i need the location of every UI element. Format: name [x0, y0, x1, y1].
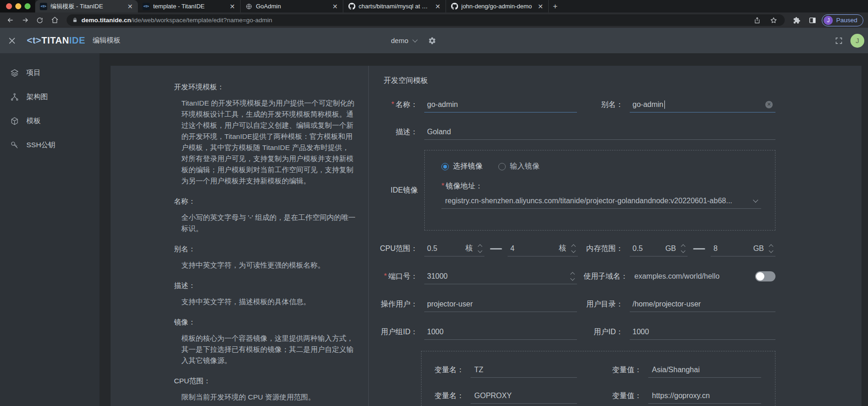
- name-input[interactable]: go-admin: [424, 97, 577, 112]
- side-panel-icon[interactable]: [806, 14, 819, 26]
- share-icon[interactable]: [750, 14, 763, 26]
- var-value-value: https://goproxy.cn: [652, 392, 710, 400]
- sidebar-item-projects[interactable]: 项目: [0, 61, 99, 85]
- operator-user-value: projector-user: [427, 300, 473, 308]
- stepper-icon[interactable]: [572, 245, 575, 252]
- user-id-value: 1000: [632, 328, 649, 336]
- browser-tab-mysql-chart[interactable]: charts/bitnami/mysql at master ✕: [343, 0, 446, 12]
- workspace-selector[interactable]: demo: [391, 37, 409, 44]
- name-value: go-admin: [427, 100, 458, 109]
- group-id-label: 用户组ID：: [369, 327, 424, 337]
- tab-close-icon[interactable]: ✕: [228, 3, 236, 10]
- template-form: 开发空间模板 名称： go-admin 别名： go-admin ✕: [369, 66, 862, 406]
- new-tab-button[interactable]: +: [549, 0, 562, 12]
- app-header: <t>TITANIDE 编辑模板 demo J: [0, 28, 868, 53]
- subdomain-value: examples.com/world/hello: [634, 272, 719, 281]
- cpu-max-value: 4: [510, 244, 515, 253]
- port-value: 31000: [427, 272, 448, 281]
- cpu-max-input[interactable]: 4 核: [508, 241, 578, 256]
- var-value-input[interactable]: Asia/Shanghai: [648, 362, 761, 378]
- env-variables-box: 变量名： TZ 变量值： Asia/Shanghai 变量名： GOPROXY: [421, 351, 775, 406]
- url-text: demo.titanide.cn/ide/web/workspace/templ…: [81, 17, 747, 24]
- github-icon: [451, 3, 458, 10]
- browser-tab-template[interactable]: <t> template - TitanIDE ✕: [138, 0, 241, 12]
- gear-icon[interactable]: [428, 37, 436, 45]
- sidebar-item-ssh-keys[interactable]: SSH公钥: [0, 133, 99, 157]
- sidebar-item-label: 架构图: [26, 92, 48, 102]
- tab-close-icon[interactable]: ✕: [536, 3, 545, 10]
- stepper-icon[interactable]: [769, 245, 773, 252]
- select-chevron-icon[interactable]: [753, 197, 758, 202]
- memory-unit: GB: [665, 244, 676, 253]
- titanide-favicon: <t>: [40, 3, 47, 10]
- stepper-icon[interactable]: [571, 273, 574, 280]
- help-heading: 开发环境模板：: [174, 82, 356, 92]
- logo-bracket: <t>: [27, 35, 42, 46]
- globe-icon: [245, 3, 253, 10]
- architecture-branch-icon: [10, 93, 19, 101]
- user-id-input[interactable]: 1000: [630, 324, 775, 340]
- radio-selected-icon: [441, 163, 449, 170]
- user-avatar[interactable]: J: [850, 34, 864, 48]
- zoom-window-button[interactable]: [25, 3, 31, 9]
- app-close-icon[interactable]: [7, 36, 17, 45]
- address-bar[interactable]: demo.titanide.cn/ide/web/workspace/templ…: [67, 14, 785, 26]
- toggle-knob: [756, 272, 764, 281]
- titanide-favicon: <t>: [143, 3, 150, 10]
- stepper-icon[interactable]: [478, 245, 482, 252]
- subdomain-toggle[interactable]: [755, 271, 775, 281]
- description-label: 描述：: [369, 127, 424, 137]
- help-heading: 别名：: [174, 244, 356, 254]
- chevron-down-icon[interactable]: [412, 37, 417, 42]
- env-variable-row: 变量名： TZ 变量值： Asia/Shanghai: [434, 361, 761, 379]
- radio-select-image[interactable]: 选择镜像: [441, 162, 483, 171]
- clear-icon[interactable]: ✕: [765, 101, 773, 108]
- sidebar-item-templates[interactable]: 模板: [0, 109, 99, 133]
- forward-icon[interactable]: [19, 14, 31, 26]
- var-value-input[interactable]: https://goproxy.cn: [648, 388, 761, 404]
- var-name-value: TZ: [474, 366, 484, 374]
- reload-icon[interactable]: [33, 14, 46, 26]
- tab-close-icon[interactable]: ✕: [331, 3, 339, 10]
- form-title: 开发空间模板: [384, 76, 775, 86]
- memory-max-value: 8: [713, 244, 718, 253]
- memory-max-input[interactable]: 8 GB: [711, 241, 775, 256]
- var-name-input[interactable]: GOPROXY: [471, 388, 577, 404]
- alias-input[interactable]: go-admin ✕: [630, 97, 775, 112]
- tab-close-icon[interactable]: ✕: [434, 3, 442, 10]
- lock-icon: [72, 17, 78, 23]
- group-id-input[interactable]: 1000: [424, 324, 577, 340]
- stepper-icon[interactable]: [682, 245, 685, 252]
- browser-tab-goadmin[interactable]: GoAdmin ✕: [241, 0, 343, 12]
- var-name-input[interactable]: TZ: [471, 362, 577, 378]
- sidebar-item-label: 模板: [26, 116, 41, 126]
- back-icon[interactable]: [4, 14, 17, 26]
- description-input[interactable]: Goland: [424, 124, 775, 140]
- close-window-button[interactable]: [6, 3, 12, 9]
- help-body: 模板的核心为一个容器镜像，这里提供两种输入方式，其一是下拉选择已有模板的镜像；其…: [174, 333, 356, 366]
- browser-tab-go-admin-demo[interactable]: john-deng/go-admin-demo ✕: [446, 0, 549, 12]
- page-title: 编辑模板: [93, 36, 120, 45]
- operator-user-input[interactable]: projector-user: [424, 296, 577, 312]
- extensions-icon[interactable]: [790, 14, 803, 26]
- radio-input-image[interactable]: 输入镜像: [498, 162, 539, 171]
- cpu-range-label: CPU范围：: [369, 244, 424, 254]
- fullscreen-icon[interactable]: [835, 37, 843, 45]
- memory-min-input[interactable]: 0.5 GB: [630, 241, 688, 256]
- home-icon[interactable]: [48, 14, 61, 26]
- sidebar-item-architecture[interactable]: 架构图: [0, 85, 99, 109]
- port-input[interactable]: 31000: [424, 269, 577, 284]
- sidebar: 项目 架构图 模板 SSH公钥: [0, 53, 99, 406]
- edit-template-panel: 开发环境模板： TitanIDE 的开发环境模板是为用户提供一个可定制化的环境模…: [111, 66, 862, 406]
- browser-profile-button[interactable]: J Paused: [822, 14, 863, 26]
- browser-tab-edit-template[interactable]: <t> 编辑模板 - TitanIDE ✕: [35, 0, 138, 12]
- user-dir-input[interactable]: /home/projector-user: [630, 296, 775, 312]
- cpu-min-input[interactable]: 0.5 核: [424, 241, 484, 256]
- env-variable-row: 变量名： GOPROXY 变量值： https://goproxy.cn: [434, 387, 761, 405]
- minimize-window-button[interactable]: [15, 3, 21, 9]
- tab-close-icon[interactable]: ✕: [126, 3, 134, 10]
- image-address-label: 镜像地址：: [441, 181, 761, 191]
- profile-avatar: J: [824, 16, 833, 25]
- bookmark-star-icon[interactable]: [767, 14, 780, 26]
- image-address-select[interactable]: registry.cn-shenzhen.aliyuncs.com/titani…: [441, 193, 761, 209]
